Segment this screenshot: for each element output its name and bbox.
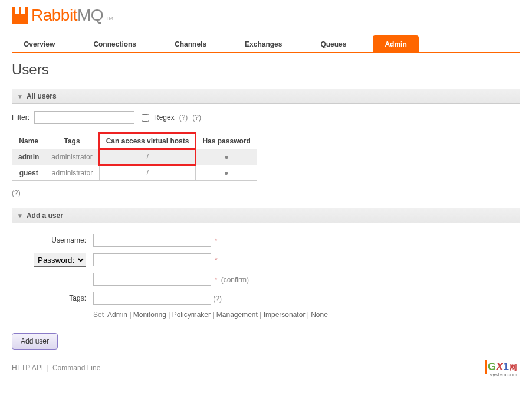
cell-password: ● [196,149,257,165]
nav-exchanges[interactable]: Exchanges [233,35,294,52]
required-marker: * [215,237,218,245]
tags-label: Tags: [13,289,90,307]
table-row[interactable]: admin administrator / ● [12,149,257,165]
logo-text-rabbit: Rabbit [31,6,77,25]
command-line-link[interactable]: Command Line [52,364,100,372]
table-help[interactable]: (?) [12,189,520,197]
col-tags[interactable]: Tags [45,133,99,149]
table-row[interactable]: guest administrator / ● [12,165,257,181]
add-user-form: Username: * Password: * *(confirm) Tags:… [12,230,331,322]
tag-admin[interactable]: Admin [107,311,127,319]
nav-connections[interactable]: Connections [81,35,148,52]
nav-admin[interactable]: Admin [373,35,418,52]
regex-label: Regex [154,113,175,122]
cell-tags: administrator [45,149,99,165]
nav-overview[interactable]: Overview [12,35,67,52]
http-api-link[interactable]: HTTP API [12,364,43,372]
confirm-label: (confirm) [221,276,249,284]
cell-name: admin [12,149,45,165]
tag-policymaker[interactable]: Policymaker [172,311,211,319]
section-add-user-label: Add a user [27,211,63,220]
main-nav: Overview Connections Channels Exchanges … [12,35,520,53]
logo-tm: TM [106,15,113,21]
tags-help[interactable]: (?) [213,295,222,303]
section-add-user[interactable]: ▼ Add a user [12,208,520,223]
nav-queues[interactable]: Queues [308,35,358,52]
footer: HTTP API | Command Line [12,364,520,372]
cell-vhosts: / [99,165,196,181]
cell-password: ● [196,165,257,181]
nav-channels[interactable]: Channels [163,35,218,52]
filter-row: Filter: Regex (?)(?) [12,111,520,124]
col-name[interactable]: Name [12,133,45,149]
logo: Rabbit MQ TM [12,6,520,25]
filter-label: Filter: [12,113,29,122]
cell-vhosts: / [99,149,196,165]
separator: | [47,364,48,372]
regex-checkbox[interactable] [142,114,149,122]
required-marker: * [215,256,218,265]
section-all-users-label: All users [27,92,57,100]
col-vhosts[interactable]: Can access virtual hosts [99,133,196,149]
users-table: Name Tags Can access virtual hosts Has p… [12,132,257,181]
set-label: Set [93,311,104,319]
add-user-button[interactable]: Add user [12,333,58,350]
cell-tags: administrator [45,165,99,181]
filter-help-1[interactable]: (?) [179,113,188,122]
watermark: GX1网 system.com [485,360,517,377]
required-marker: * [215,276,218,284]
rabbitmq-icon [12,7,28,24]
collapse-icon: ▼ [17,93,23,100]
tag-management[interactable]: Management [216,311,258,319]
username-input[interactable] [93,234,211,247]
tag-monitoring[interactable]: Monitoring [133,311,166,319]
password-confirm-input[interactable] [93,273,211,286]
section-all-users[interactable]: ▼ All users [12,89,520,104]
username-label: Username: [13,231,90,249]
add-user-section: ▼ Add a user Username: * Password: * *(c… [12,208,520,350]
cell-name: guest [12,165,45,181]
page-title: Users [12,61,520,78]
tag-none[interactable]: None [311,311,328,319]
tags-input[interactable] [93,292,211,305]
collapse-icon: ▼ [17,213,23,219]
tag-quickset: Set Admin | Monitoring | Policymaker | M… [91,308,330,321]
password-type-select[interactable]: Password: [34,253,86,267]
logo-text-mq: MQ [77,6,103,25]
filter-input[interactable] [34,111,134,124]
filter-help-2[interactable]: (?) [192,113,201,122]
col-password[interactable]: Has password [196,133,257,149]
tag-impersonator[interactable]: Impersonator [264,311,306,319]
password-input[interactable] [93,253,211,266]
